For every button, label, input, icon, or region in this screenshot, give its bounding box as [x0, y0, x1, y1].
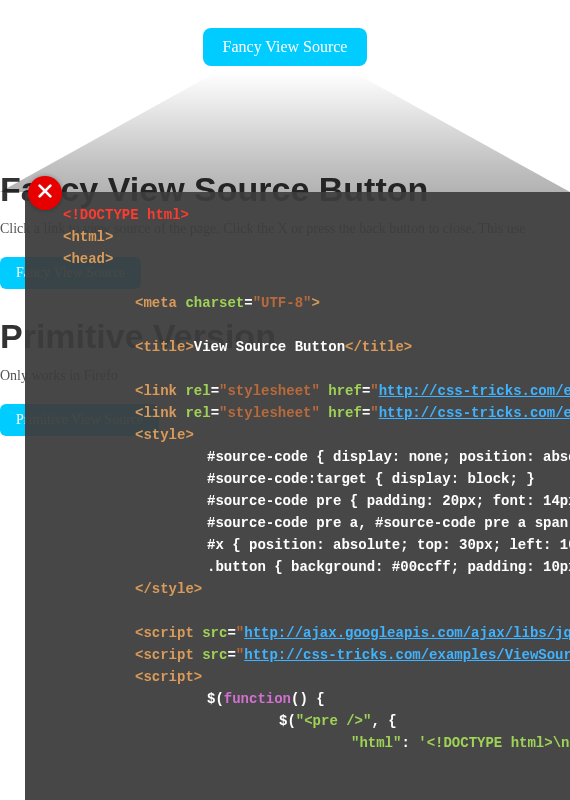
code-meta-val: "UTF-8": [253, 295, 312, 311]
code-head-open: <head>: [63, 251, 113, 267]
code-link2-relval: "stylesheet": [219, 405, 320, 421]
code-script1-tag: <script: [135, 625, 194, 641]
code-script2-url[interactable]: http://css-tricks.com/examples/ViewSour: [244, 647, 570, 663]
code-css-2: #source-code:target { display: block; }: [207, 471, 535, 487]
code-title-close: </title>: [345, 339, 412, 355]
code-meta-close: >: [311, 295, 319, 311]
close-button[interactable]: [28, 176, 62, 210]
code-link1-rel: rel: [185, 383, 210, 399]
source-code-pre: <!DOCTYPE html> <html> <head> <meta char…: [25, 192, 570, 754]
code-css-5: #x { position: absolute; top: 30px; left…: [207, 537, 570, 553]
code-js-1a: $(: [207, 691, 224, 707]
code-css-6: .button { background: #00ccff; padding: …: [207, 559, 570, 575]
code-css-3: #source-code pre { padding: 20px; font: …: [207, 493, 570, 509]
fancy-view-source-button[interactable]: Fancy View Source: [203, 28, 368, 66]
code-meta-tag: <meta: [135, 295, 177, 311]
code-js-fn: function: [224, 691, 291, 707]
code-html-open: <html>: [63, 229, 113, 245]
code-js-1b: () {: [291, 691, 325, 707]
code-js-colon: :: [401, 735, 418, 751]
code-style-close: </style>: [135, 581, 202, 597]
code-title-open: <title>: [135, 339, 194, 355]
code-link1-tag: <link: [135, 383, 177, 399]
code-script1-url[interactable]: http://ajax.googleapis.com/ajax/libs/jq: [244, 625, 570, 641]
code-link2-href: href: [328, 405, 362, 421]
code-link2-rel: rel: [185, 405, 210, 421]
code-style-open: <style>: [135, 427, 194, 443]
code-link1-relval: "stylesheet": [219, 383, 320, 399]
code-doctype: <!DOCTYPE html>: [63, 207, 189, 223]
close-icon: [36, 182, 54, 204]
code-js-2str: "<pre />": [296, 713, 372, 729]
code-link1-href: href: [328, 383, 362, 399]
code-meta-attr: charset: [185, 295, 244, 311]
code-link2-tag: <link: [135, 405, 177, 421]
code-js-2b: , {: [371, 713, 396, 729]
code-link2-url[interactable]: http://css-tricks.com/e: [379, 405, 570, 421]
code-script1-src: src: [202, 625, 227, 641]
code-script2-tag: <script: [135, 647, 194, 663]
beam-gradient: [0, 72, 570, 192]
code-js-2a: $(: [279, 713, 296, 729]
code-js-key: "html": [351, 735, 401, 751]
code-link1-url[interactable]: http://css-tricks.com/e: [379, 383, 570, 399]
code-css-1: #source-code { display: none; position: …: [207, 449, 570, 465]
code-js-val: '<!DOCTYPE html>\n: [418, 735, 569, 751]
code-title-text: View Source Button: [194, 339, 345, 355]
code-script2-src: src: [202, 647, 227, 663]
code-css-4: #source-code pre a, #source-code pre a s…: [207, 515, 568, 531]
code-script3-open: <script>: [135, 669, 202, 685]
source-code-overlay: <!DOCTYPE html> <html> <head> <meta char…: [25, 192, 570, 800]
